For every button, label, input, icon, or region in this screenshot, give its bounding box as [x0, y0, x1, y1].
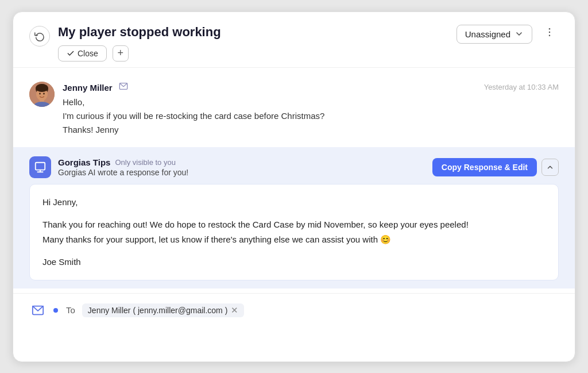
to-label: To	[66, 305, 75, 315]
tips-name: Gorgias Tips	[58, 157, 110, 167]
mail-icon	[119, 82, 128, 91]
email-compose-icon	[29, 302, 47, 319]
add-button[interactable]: +	[113, 45, 129, 61]
svg-rect-12	[36, 163, 45, 170]
svg-point-1	[549, 32, 551, 33]
tips-title: Gorgias Tips Only visible to you	[58, 157, 188, 167]
gorgias-tips-icon	[34, 161, 47, 174]
tips-icon	[29, 156, 51, 178]
recipient-tag: Jenny Miller ( jenny.miller@gmail.com ) …	[82, 303, 244, 317]
avatar	[29, 82, 55, 107]
copy-response-button[interactable]: Copy Response & Edit	[432, 158, 537, 176]
history-icon	[34, 31, 45, 41]
header-right: Unassigned	[457, 25, 559, 44]
mail-compose-icon	[32, 304, 44, 317]
dot-indicator	[53, 308, 58, 313]
tips-subtitle: Gorgias AI wrote a response for you!	[58, 168, 188, 177]
more-vertical-icon	[544, 26, 555, 38]
sender-name: Jenny Miller	[63, 83, 113, 93]
svg-point-10	[36, 84, 48, 92]
collapse-button[interactable]	[541, 159, 559, 176]
more-options-button[interactable]	[540, 25, 559, 43]
history-button[interactable]	[29, 26, 50, 47]
tips-title-area: Gorgias Tips Only visible to you Gorgias…	[58, 157, 188, 177]
unassigned-label: Unassigned	[465, 29, 510, 39]
svg-point-2	[549, 35, 551, 37]
tips-response-box: Hi Jenny, Thank you for reaching out! We…	[29, 184, 559, 280]
close-button[interactable]: Close	[58, 45, 107, 61]
message-timestamp: Yesterday at 10:33 AM	[484, 83, 559, 91]
gorgias-tips-section: Gorgias Tips Only visible to you Gorgias…	[13, 147, 575, 289]
header-left: My player stopped working Close +	[29, 25, 221, 61]
compose-bar: To Jenny Miller ( jenny.miller@gmail.com…	[13, 293, 575, 327]
message-body: Hello, I'm curious if you will be re-sto…	[63, 95, 559, 137]
customer-message: Jenny Miller Yesterday at 10:33 AM Hello…	[29, 82, 559, 137]
remove-recipient-button[interactable]: ✕	[231, 306, 238, 314]
check-icon	[67, 49, 75, 57]
avatar-svg	[29, 82, 55, 107]
ticket-title: My player stopped working	[58, 25, 221, 40]
chevron-down-icon	[514, 29, 524, 39]
ticket-card: My player stopped working Close + Unassi…	[13, 11, 575, 362]
chevron-up-icon	[546, 163, 554, 171]
tips-header: Gorgias Tips Only visible to you Gorgias…	[29, 156, 559, 178]
header-actions: Close +	[58, 45, 221, 61]
messages-area: Jenny Miller Yesterday at 10:33 AM Hello…	[13, 68, 575, 137]
ticket-header: My player stopped working Close + Unassi…	[13, 12, 575, 68]
recipient-name-email: Jenny Miller ( jenny.miller@gmail.com )	[88, 306, 227, 315]
email-icon	[119, 82, 128, 91]
tips-visibility: Only visible to you	[115, 158, 176, 167]
message-content: Jenny Miller Yesterday at 10:33 AM Hello…	[63, 82, 559, 137]
sender-info: Jenny Miller	[63, 82, 128, 93]
message-meta: Jenny Miller Yesterday at 10:33 AM	[63, 82, 559, 93]
unassigned-button[interactable]: Unassigned	[457, 25, 532, 44]
svg-point-8	[39, 93, 41, 94]
tips-right: Copy Response & Edit	[432, 158, 559, 176]
tips-left: Gorgias Tips Only visible to you Gorgias…	[29, 156, 188, 178]
svg-point-9	[43, 93, 45, 94]
svg-point-0	[549, 28, 551, 30]
header-title-area: My player stopped working Close +	[58, 25, 221, 61]
